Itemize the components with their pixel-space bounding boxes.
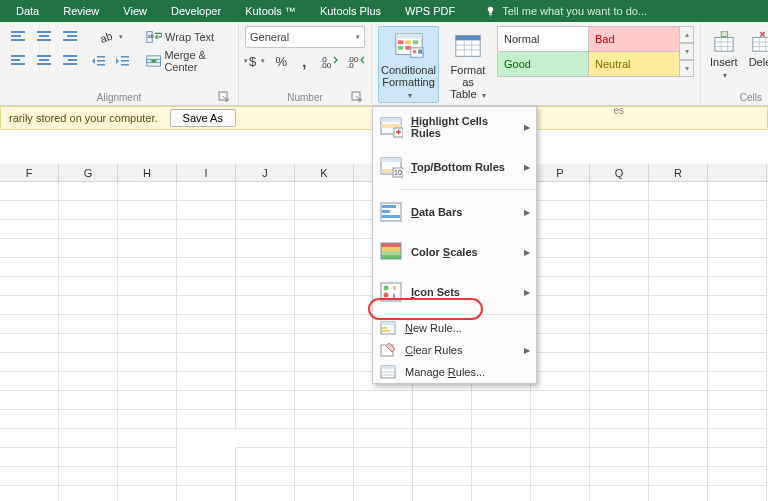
delete-cells-button[interactable]: Delet xyxy=(747,26,768,69)
grid-cell[interactable] xyxy=(59,467,118,486)
grid-cell[interactable] xyxy=(649,334,708,353)
col-header[interactable]: K xyxy=(295,164,354,181)
grid-cell[interactable] xyxy=(472,391,531,410)
grid-cell[interactable] xyxy=(0,220,59,239)
col-header[interactable]: J xyxy=(236,164,295,181)
grid-cell[interactable] xyxy=(531,239,590,258)
grid-cell[interactable] xyxy=(59,372,118,391)
grid-cell[interactable] xyxy=(295,296,354,315)
grid-cell[interactable] xyxy=(177,448,236,467)
grid-cell[interactable] xyxy=(531,334,590,353)
grid-cell[interactable] xyxy=(236,391,295,410)
grid-cell[interactable] xyxy=(708,239,767,258)
style-normal[interactable]: Normal xyxy=(498,27,588,51)
grid-cell[interactable] xyxy=(354,486,413,501)
grid-cell[interactable] xyxy=(236,448,295,467)
grid-cell[interactable] xyxy=(59,239,118,258)
align-center-button[interactable] xyxy=(32,50,56,72)
grid-cell[interactable] xyxy=(59,448,118,467)
col-header[interactable]: H xyxy=(118,164,177,181)
grid-cell[interactable] xyxy=(0,258,59,277)
grid-cell[interactable] xyxy=(708,201,767,220)
grid-cell[interactable] xyxy=(0,315,59,334)
tab-data[interactable]: Data xyxy=(4,0,51,22)
grid-cell[interactable] xyxy=(0,353,59,372)
grid-cell[interactable] xyxy=(118,201,177,220)
grid-cell[interactable] xyxy=(708,410,767,429)
dialog-launcher-icon[interactable] xyxy=(218,91,230,103)
grid-cell[interactable] xyxy=(531,410,590,429)
percent-format-button[interactable]: % xyxy=(270,50,292,72)
grid-cell[interactable] xyxy=(413,410,472,429)
grid-cell[interactable] xyxy=(708,182,767,201)
grid-cell[interactable] xyxy=(236,296,295,315)
tab-kutools-plus[interactable]: Kutools Plus xyxy=(308,0,393,22)
grid-cell[interactable] xyxy=(531,258,590,277)
grid-cell[interactable] xyxy=(177,220,236,239)
cf-data-bars[interactable]: Data Bars ▶ xyxy=(373,192,536,232)
grid-cell[interactable] xyxy=(236,277,295,296)
grid-cell[interactable] xyxy=(59,296,118,315)
grid-cell[interactable] xyxy=(118,220,177,239)
tab-view[interactable]: View xyxy=(111,0,159,22)
grid-cell[interactable] xyxy=(59,391,118,410)
align-right-button[interactable] xyxy=(58,50,82,72)
grid-cell[interactable] xyxy=(708,467,767,486)
grid-cell[interactable] xyxy=(236,372,295,391)
grid-cell[interactable] xyxy=(236,486,295,501)
grid-cell[interactable] xyxy=(590,334,649,353)
grid-cell[interactable] xyxy=(531,220,590,239)
col-header[interactable] xyxy=(708,164,767,181)
save-as-button[interactable]: Save As xyxy=(170,109,236,127)
grid-cell[interactable] xyxy=(59,277,118,296)
grid-cell[interactable] xyxy=(177,334,236,353)
grid-cell[interactable] xyxy=(0,182,59,201)
grid-cell[interactable] xyxy=(472,467,531,486)
gallery-more-icon[interactable]: ▾ xyxy=(680,60,694,77)
gallery-up-icon[interactable]: ▴ xyxy=(680,26,694,43)
grid-cell[interactable] xyxy=(531,296,590,315)
grid-cell[interactable] xyxy=(59,220,118,239)
grid-cell[interactable] xyxy=(472,486,531,501)
grid-cell[interactable] xyxy=(0,448,59,467)
grid-cell[interactable] xyxy=(177,296,236,315)
format-as-table-button[interactable]: Format asTable ▾ xyxy=(445,26,491,103)
grid-cell[interactable] xyxy=(649,182,708,201)
grid-cell[interactable] xyxy=(118,296,177,315)
grid-cell[interactable] xyxy=(177,201,236,220)
cf-manage-rules[interactable]: Manage Rules... xyxy=(373,361,536,383)
grid-cell[interactable] xyxy=(649,410,708,429)
grid-cell[interactable] xyxy=(59,258,118,277)
grid-cell[interactable] xyxy=(590,448,649,467)
grid-cell[interactable] xyxy=(177,391,236,410)
grid-cell[interactable] xyxy=(708,448,767,467)
align-left-button[interactable] xyxy=(6,50,30,72)
style-bad[interactable]: Bad xyxy=(589,27,679,51)
grid-cell[interactable] xyxy=(413,467,472,486)
col-header[interactable]: F xyxy=(0,164,59,181)
grid-cell[interactable] xyxy=(0,372,59,391)
grid-cell[interactable] xyxy=(531,353,590,372)
grid-cell[interactable] xyxy=(649,220,708,239)
grid-cell[interactable] xyxy=(177,239,236,258)
grid-cell[interactable] xyxy=(59,486,118,501)
cf-top-bottom-rules[interactable]: 10 Top/Bottom Rules ▶ xyxy=(373,147,536,187)
grid-cell[interactable] xyxy=(295,334,354,353)
grid-cell[interactable] xyxy=(177,353,236,372)
number-format-combo[interactable]: General ▾ xyxy=(245,26,365,48)
grid-cell[interactable] xyxy=(295,220,354,239)
grid-cell[interactable] xyxy=(354,467,413,486)
grid-cell[interactable] xyxy=(354,410,413,429)
grid-cell[interactable] xyxy=(590,372,649,391)
grid-cell[interactable] xyxy=(590,182,649,201)
grid-cell[interactable] xyxy=(118,467,177,486)
grid-cell[interactable] xyxy=(531,315,590,334)
grid-cell[interactable] xyxy=(413,448,472,467)
grid-cell[interactable] xyxy=(0,467,59,486)
gallery-down-icon[interactable]: ▾ xyxy=(680,43,694,60)
align-middle-button[interactable] xyxy=(32,26,56,48)
grid-cell[interactable] xyxy=(590,353,649,372)
grid-cell[interactable] xyxy=(590,296,649,315)
tab-developer[interactable]: Developer xyxy=(159,0,233,22)
grid-cell[interactable] xyxy=(649,467,708,486)
